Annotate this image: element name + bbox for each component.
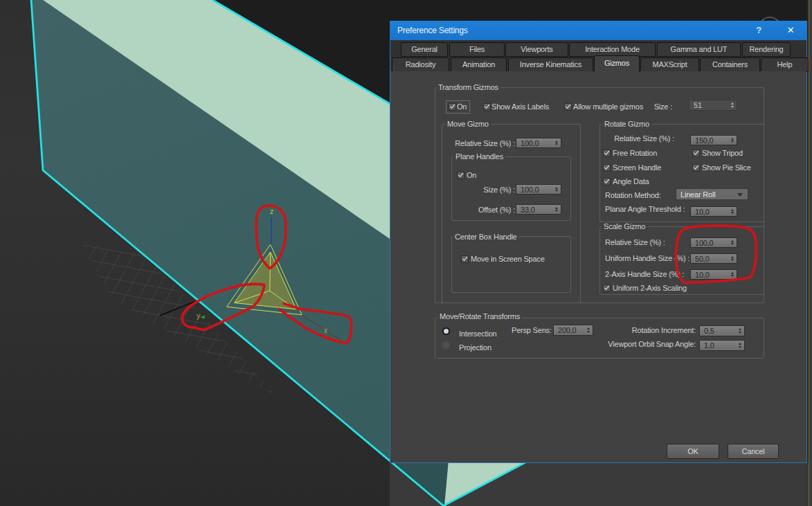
- svg-text:x: x: [324, 327, 327, 334]
- svg-text:z: z: [270, 208, 273, 215]
- svg-text:y: y: [197, 312, 200, 320]
